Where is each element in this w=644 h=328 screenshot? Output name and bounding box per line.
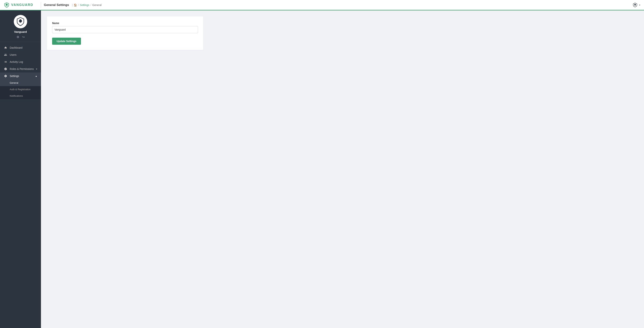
sidebar-item-users-label: Users bbox=[10, 53, 37, 56]
breadcrumb-settings-link[interactable]: Settings bbox=[80, 4, 89, 7]
brand-text: VANGUARD bbox=[11, 3, 33, 7]
auth-registration-label: Auth & Registration bbox=[10, 88, 30, 91]
profile-name: Vanguard bbox=[14, 30, 27, 33]
sidebar-item-notifications[interactable]: Notifications bbox=[0, 93, 41, 99]
sidebar-item-activity-log-label: Activity Log bbox=[10, 60, 37, 63]
sidebar-item-dashboard-label: Dashboard bbox=[10, 46, 37, 49]
name-input[interactable] bbox=[52, 26, 198, 33]
main-content: Name Update Settings bbox=[41, 11, 644, 328]
sidebar-nav: Dashboard Users Activity Log bbox=[0, 42, 41, 101]
sidebar-item-general[interactable]: General bbox=[0, 80, 41, 86]
profile-actions: ⚙ ↪ bbox=[16, 35, 24, 39]
breadcrumb-divider: | bbox=[72, 4, 73, 7]
name-field-label: Name bbox=[52, 22, 198, 25]
sidebar-item-activity-log[interactable]: Activity Log bbox=[0, 58, 41, 65]
sidebar-profile: Vanguard ⚙ ↪ bbox=[0, 11, 41, 42]
settings-icon bbox=[4, 75, 8, 78]
breadcrumb: | 🏠 / Settings / General bbox=[72, 4, 102, 7]
activity-log-icon bbox=[4, 60, 8, 63]
sidebar: Vanguard ⚙ ↪ Dashboard Users bbox=[0, 11, 41, 328]
sidebar-item-auth-registration[interactable]: Auth & Registration bbox=[0, 86, 41, 93]
brand-logo-icon bbox=[4, 2, 10, 8]
settings-submenu: General Auth & Registration Notification… bbox=[0, 80, 41, 99]
general-label: General bbox=[10, 81, 18, 84]
sidebar-item-settings[interactable]: Settings ▲ bbox=[0, 73, 41, 80]
profile-settings-icon[interactable]: ⚙ bbox=[16, 35, 19, 39]
navbar-user-logo-icon bbox=[632, 3, 638, 8]
settings-card: Name Update Settings bbox=[47, 17, 203, 50]
sidebar-item-settings-label: Settings bbox=[10, 75, 33, 78]
top-navbar: VANGUARD General Settings | 🏠 / Settings… bbox=[0, 0, 644, 11]
dashboard-icon bbox=[4, 46, 8, 49]
users-icon bbox=[4, 53, 8, 56]
settings-chevron-icon: ▲ bbox=[35, 75, 37, 77]
page-title: General Settings bbox=[44, 3, 69, 7]
brand[interactable]: VANGUARD bbox=[4, 2, 33, 8]
sidebar-item-dashboard[interactable]: Dashboard bbox=[0, 44, 41, 51]
navbar-divider bbox=[41, 2, 41, 8]
notifications-label: Notifications bbox=[10, 94, 23, 97]
navbar-right[interactable]: ▾ bbox=[632, 3, 640, 8]
navbar-user-chevron[interactable]: ▾ bbox=[639, 4, 640, 6]
roles-icon bbox=[4, 67, 8, 70]
sidebar-item-roles-label: Roles & Permissions bbox=[10, 67, 34, 70]
avatar-shield-icon bbox=[16, 17, 25, 27]
profile-logout-icon[interactable]: ↪ bbox=[22, 35, 24, 39]
sidebar-item-roles[interactable]: Roles & Permissions ▾ bbox=[0, 65, 41, 73]
roles-chevron-icon: ▾ bbox=[36, 68, 37, 70]
update-settings-button[interactable]: Update Settings bbox=[52, 38, 81, 45]
breadcrumb-current: General bbox=[92, 4, 102, 7]
avatar bbox=[14, 15, 27, 28]
home-icon[interactable]: 🏠 bbox=[74, 4, 77, 7]
sidebar-item-users[interactable]: Users bbox=[0, 51, 41, 58]
